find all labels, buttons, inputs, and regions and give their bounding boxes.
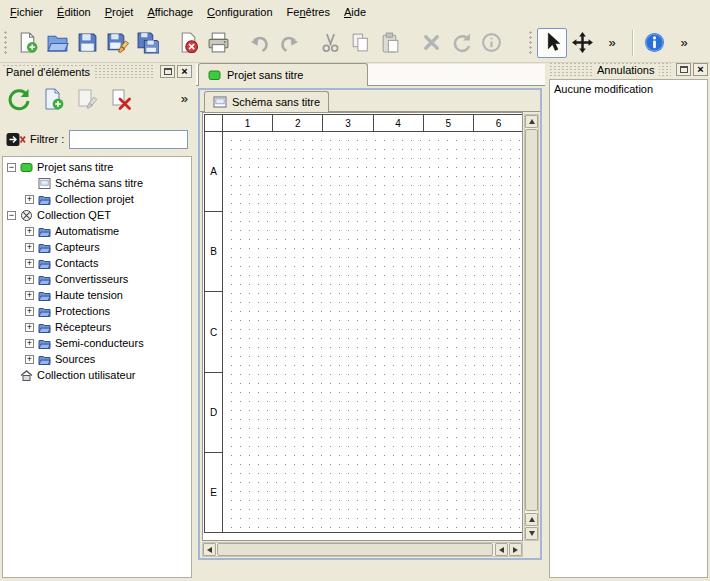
close-file-button[interactable] bbox=[173, 28, 203, 58]
cut-button[interactable] bbox=[315, 28, 345, 58]
rotate-button[interactable] bbox=[446, 28, 476, 58]
expand-expander-icon[interactable] bbox=[25, 195, 34, 204]
new-document-button[interactable] bbox=[12, 28, 42, 58]
menu-affichage[interactable]: Affichage bbox=[140, 2, 200, 22]
menu-bar: Fichier Édition Projet Affichage Configu… bbox=[0, 0, 710, 23]
home-icon bbox=[20, 369, 33, 382]
info-icon bbox=[480, 31, 503, 54]
arrow-down-icon bbox=[529, 531, 535, 536]
expand-expander-icon[interactable] bbox=[25, 275, 34, 284]
folder-icon bbox=[38, 257, 51, 270]
close-icon bbox=[181, 66, 187, 77]
tree-item-recepteurs[interactable]: Récepteurs bbox=[3, 319, 191, 335]
new-element-icon bbox=[41, 87, 65, 111]
tree-item-convertisseurs[interactable]: Convertisseurs bbox=[3, 271, 191, 287]
new-element-button[interactable] bbox=[38, 84, 68, 114]
scroll-down-button[interactable] bbox=[525, 527, 538, 540]
float-panel-button[interactable] bbox=[160, 65, 175, 78]
reload-collections-button[interactable] bbox=[4, 84, 34, 114]
tree-item-collection-utilisateur[interactable]: Collection utilisateur bbox=[3, 367, 191, 383]
expand-expander-icon[interactable] bbox=[25, 323, 34, 332]
arrow-up-icon bbox=[529, 517, 535, 522]
expand-expander-icon[interactable] bbox=[25, 355, 34, 364]
expand-expander-icon[interactable] bbox=[25, 307, 34, 316]
selection-toolbar-grip[interactable] bbox=[528, 30, 533, 56]
save-button[interactable] bbox=[72, 28, 102, 58]
ruler-corner bbox=[205, 115, 223, 132]
tree-item-protections[interactable]: Protections bbox=[3, 303, 191, 319]
menu-fichier[interactable]: Fichier bbox=[3, 2, 50, 22]
schema-tab[interactable]: Schéma sans titre bbox=[204, 91, 329, 112]
collapse-expander-icon[interactable] bbox=[7, 211, 16, 220]
delete-element-button[interactable] bbox=[106, 84, 136, 114]
elements-tree: Projet sans titre Schéma sans titre Coll… bbox=[2, 156, 192, 578]
redo-button[interactable] bbox=[274, 28, 304, 58]
horizontal-scroll-thumb[interactable] bbox=[217, 543, 493, 556]
expand-expander-icon[interactable] bbox=[25, 339, 34, 348]
folder-icon bbox=[38, 241, 51, 254]
undo-panel-titlebar[interactable]: Annulations bbox=[549, 62, 708, 77]
diagram-paper[interactable]: 1 2 3 4 5 6 A B C D E bbox=[204, 114, 523, 533]
schema-icon bbox=[38, 177, 51, 190]
tree-item-collection-qet[interactable]: Collection QET bbox=[3, 207, 191, 223]
arrow-left-icon bbox=[499, 547, 504, 553]
expand-expander-icon[interactable] bbox=[25, 291, 34, 300]
vertical-scrollbar[interactable] bbox=[524, 114, 539, 541]
menu-aide[interactable]: Aide bbox=[337, 2, 373, 22]
move-tool-button[interactable] bbox=[567, 28, 597, 58]
expand-expander-icon[interactable] bbox=[25, 227, 34, 236]
move-icon bbox=[571, 31, 594, 54]
scroll-up-button-2[interactable] bbox=[525, 513, 538, 526]
save-as-button[interactable] bbox=[102, 28, 132, 58]
undo-history-empty-item[interactable]: Aucune modification bbox=[550, 80, 707, 98]
print-button[interactable] bbox=[203, 28, 233, 58]
menu-fenetres[interactable]: Fenêtres bbox=[280, 2, 337, 22]
main-toolbar-extension[interactable] bbox=[669, 28, 699, 58]
tree-item-contacts[interactable]: Contacts bbox=[3, 255, 191, 271]
tree-item-schema-sans-titre[interactable]: Schéma sans titre bbox=[3, 175, 191, 191]
float-panel-button[interactable] bbox=[676, 63, 691, 76]
collapse-expander-icon[interactable] bbox=[7, 163, 16, 172]
tree-item-sources[interactable]: Sources bbox=[3, 351, 191, 367]
elements-panel-titlebar[interactable]: Panel d'éléments bbox=[2, 64, 192, 79]
paste-button[interactable] bbox=[375, 28, 405, 58]
edit-element-icon bbox=[75, 87, 99, 111]
tree-item-projet-sans-titre[interactable]: Projet sans titre bbox=[3, 159, 191, 175]
tree-item-haute-tension[interactable]: Haute tension bbox=[3, 287, 191, 303]
menu-edition[interactable]: Édition bbox=[50, 2, 98, 22]
row-label: C bbox=[205, 292, 222, 372]
info-button[interactable] bbox=[476, 28, 506, 58]
vertical-scroll-thumb[interactable] bbox=[525, 129, 538, 511]
selection-toolbar-extension[interactable] bbox=[597, 28, 627, 58]
menu-configuration[interactable]: Configuration bbox=[200, 2, 279, 22]
toolbar-grip[interactable] bbox=[3, 30, 8, 56]
horizontal-scrollbar[interactable] bbox=[202, 542, 523, 557]
expand-expander-icon[interactable] bbox=[25, 259, 34, 268]
project-tab[interactable]: Projet sans titre bbox=[198, 63, 368, 86]
close-panel-button[interactable] bbox=[693, 63, 708, 76]
filter-input[interactable] bbox=[69, 130, 188, 149]
select-pointer-button[interactable] bbox=[537, 28, 567, 58]
scroll-left-button[interactable] bbox=[203, 543, 216, 556]
scroll-right-button[interactable] bbox=[509, 543, 522, 556]
undo-panel-title: Annulations bbox=[593, 64, 659, 76]
delete-button[interactable] bbox=[416, 28, 446, 58]
edit-element-button[interactable] bbox=[72, 84, 102, 114]
diagram-grid-canvas[interactable] bbox=[223, 132, 523, 532]
tree-item-semi-conducteurs[interactable]: Semi-conducteurs bbox=[3, 335, 191, 351]
scroll-up-button[interactable] bbox=[525, 115, 538, 128]
tree-item-collection-projet[interactable]: Collection projet bbox=[3, 191, 191, 207]
menu-projet[interactable]: Projet bbox=[98, 2, 141, 22]
diagram-viewport: 1 2 3 4 5 6 A B C D E bbox=[202, 112, 523, 541]
scroll-left-button-2[interactable] bbox=[495, 543, 508, 556]
help-info-button[interactable] bbox=[639, 28, 669, 58]
close-panel-button[interactable] bbox=[177, 65, 192, 78]
elements-panel-extension[interactable] bbox=[181, 92, 188, 105]
save-all-button[interactable] bbox=[132, 28, 162, 58]
undo-button[interactable] bbox=[244, 28, 274, 58]
expand-expander-icon[interactable] bbox=[25, 243, 34, 252]
tree-item-automatisme[interactable]: Automatisme bbox=[3, 223, 191, 239]
tree-item-capteurs[interactable]: Capteurs bbox=[3, 239, 191, 255]
open-button[interactable] bbox=[42, 28, 72, 58]
copy-button[interactable] bbox=[345, 28, 375, 58]
